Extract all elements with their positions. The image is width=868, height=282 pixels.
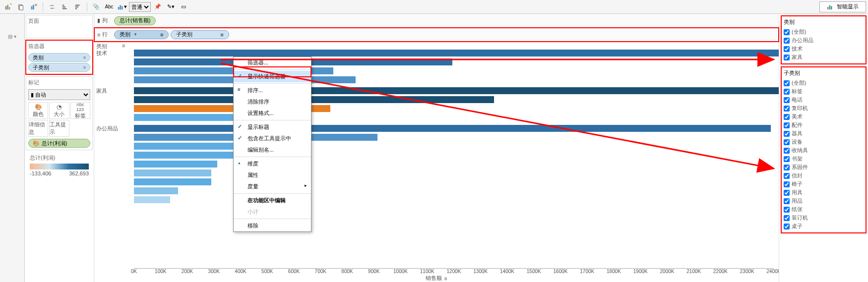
new-worksheet-icon[interactable]: +: [2, 1, 14, 12]
menu-item[interactable]: 显示快速筛选器: [234, 71, 311, 82]
fit-select[interactable]: 普通: [129, 2, 151, 12]
filter-option[interactable]: 书架: [784, 155, 864, 163]
filter-option[interactable]: 办公用品: [784, 36, 864, 45]
duplicate-worksheet-icon[interactable]: [15, 1, 27, 12]
menu-item[interactable]: 排序...: [234, 85, 311, 96]
marks-tooltip[interactable]: 工具提示: [49, 120, 69, 137]
menu-item[interactable]: 维度: [234, 158, 311, 169]
marks-type-select[interactable]: ▮ 自动: [28, 89, 90, 100]
bar[interactable]: [134, 96, 494, 103]
menu-item[interactable]: 在功能区中编辑: [234, 195, 311, 206]
menu-item[interactable]: 移除: [234, 220, 311, 231]
bar[interactable]: [134, 178, 211, 185]
filter-option[interactable]: (全部): [784, 79, 864, 87]
sort-desc-icon[interactable]: [72, 1, 84, 12]
checkbox[interactable]: [784, 114, 790, 120]
filter-pill-category[interactable]: 类别 ≡: [28, 53, 90, 62]
checkbox[interactable]: [784, 207, 790, 213]
rows-shelf[interactable]: ≡ 行 类别 ▼ ≡ 子类别 ≡: [94, 28, 779, 42]
checkbox[interactable]: [784, 224, 790, 229]
checkbox[interactable]: [784, 173, 790, 179]
checkbox[interactable]: [784, 181, 790, 187]
bar[interactable]: [134, 196, 170, 203]
filter-option[interactable]: 用品: [784, 197, 864, 205]
filter-option[interactable]: 桌子: [784, 222, 864, 230]
legend-max: 362,693: [69, 170, 89, 176]
menu-item[interactable]: 显示标题: [234, 121, 311, 133]
menu-item[interactable]: 包含在工具提示中: [234, 133, 311, 144]
filter-option[interactable]: 标签: [784, 87, 864, 96]
header-sort-icon[interactable]: ≡: [122, 43, 125, 49]
clear-worksheet-icon[interactable]: ×: [28, 1, 40, 12]
menu-item[interactable]: 属性: [234, 169, 311, 181]
chart-type-icon[interactable]: ▾: [116, 1, 128, 12]
presentation-icon[interactable]: ▭: [178, 1, 189, 12]
columns-pill[interactable]: 总计(销售额): [114, 16, 156, 25]
filter-option[interactable]: 信封: [784, 171, 864, 180]
marks-size[interactable]: ◔大小: [49, 102, 69, 119]
checkbox[interactable]: [784, 131, 790, 137]
marks-detail[interactable]: 详细信息: [28, 120, 48, 137]
bar[interactable]: [134, 169, 211, 176]
checkbox[interactable]: [784, 215, 790, 221]
checkbox[interactable]: [784, 97, 790, 103]
sort-asc-icon[interactable]: [59, 1, 71, 12]
marks-label[interactable]: Abc123标签: [70, 102, 90, 119]
filter-option[interactable]: 纸张: [784, 205, 864, 214]
swap-icon[interactable]: [46, 1, 58, 12]
filter-option[interactable]: 技术: [784, 45, 864, 53]
filter-option[interactable]: (全部): [784, 28, 864, 36]
marks-color[interactable]: 🎨颜色: [28, 102, 48, 119]
filter-option[interactable]: 系固件: [784, 163, 864, 171]
text-icon[interactable]: Abc: [103, 1, 115, 12]
checkbox[interactable]: [784, 55, 790, 60]
checkbox[interactable]: [784, 29, 790, 35]
bar[interactable]: [134, 125, 771, 132]
highlight-icon[interactable]: ✎▾: [165, 1, 177, 12]
filter-option[interactable]: 收纳具: [784, 146, 864, 155]
checkbox[interactable]: [784, 38, 790, 44]
filter-option[interactable]: 美术: [784, 113, 864, 121]
filter-option[interactable]: 复印机: [784, 104, 864, 113]
bar[interactable]: [134, 161, 217, 168]
checkbox[interactable]: [784, 190, 790, 196]
row-pill-category[interactable]: 类别 ▼ ≡: [114, 30, 169, 39]
menu-item[interactable]: 编辑别名...: [234, 144, 311, 156]
menu-item[interactable]: 设置格式...: [234, 108, 311, 119]
filter-option[interactable]: 家具: [784, 53, 864, 61]
filter-option[interactable]: 用具: [784, 188, 864, 197]
bar[interactable]: [134, 50, 779, 56]
checkbox[interactable]: [784, 89, 790, 95]
checkbox[interactable]: [784, 148, 790, 154]
filter-option[interactable]: 装订机: [784, 214, 864, 222]
checkbox[interactable]: [784, 46, 790, 52]
group-icon[interactable]: 📎: [90, 1, 102, 12]
show-me-button[interactable]: 智能显示: [819, 1, 866, 12]
checkbox[interactable]: [784, 106, 790, 112]
menu-item[interactable]: 小计: [234, 206, 311, 218]
filter-option[interactable]: 电话: [784, 96, 864, 104]
menu-item[interactable]: 筛选器...: [234, 57, 311, 68]
checkbox[interactable]: [784, 165, 790, 170]
checkbox[interactable]: [784, 198, 790, 204]
columns-shelf[interactable]: ▮ 列 总计(销售额): [94, 14, 779, 28]
checkbox[interactable]: [784, 156, 790, 162]
menu-item[interactable]: 度量▸: [234, 181, 311, 192]
checkbox[interactable]: [784, 139, 790, 145]
color-shelf-pill[interactable]: 🎨总计(利润): [28, 139, 90, 148]
svg-rect-16: [120, 5, 121, 9]
filter-pill-subcategory[interactable]: 子类别 ≡: [28, 63, 90, 72]
row-pill-subcategory[interactable]: 子类别 ≡: [171, 30, 229, 39]
checkbox[interactable]: [784, 122, 790, 128]
pin-icon[interactable]: 📌: [152, 1, 164, 12]
data-pane-icon[interactable]: ▤ ▾: [8, 34, 16, 39]
filter-option[interactable]: 椅子: [784, 180, 864, 188]
checkbox[interactable]: [784, 80, 790, 86]
filter-option[interactable]: 配件: [784, 121, 864, 129]
bar[interactable]: [134, 87, 779, 94]
filter-option[interactable]: 器具: [784, 129, 864, 138]
bar[interactable]: [134, 187, 178, 194]
menu-item[interactable]: 清除排序: [234, 96, 311, 108]
bar[interactable]: [134, 152, 234, 159]
filter-option[interactable]: 设备: [784, 138, 864, 146]
